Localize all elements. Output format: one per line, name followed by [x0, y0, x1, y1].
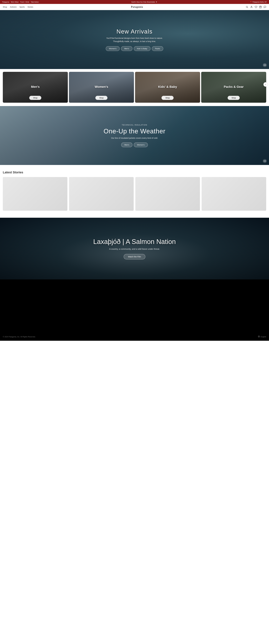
story-card-1[interactable]	[3, 177, 67, 211]
category-card-womens[interactable]: Women's Shop	[69, 72, 134, 103]
chevron-right-icon: ›	[265, 83, 266, 86]
nav-link-sports[interactable]: Sports	[19, 6, 25, 8]
stories-grid	[3, 177, 266, 211]
hero-btn-kids[interactable]: Kids' & Baby	[134, 46, 150, 51]
category-row: Men's Shop Women's Shop Kids' & Baby Sho…	[0, 72, 269, 103]
category-next-arrow[interactable]: ›	[264, 82, 268, 87]
hero-buttons: Women's Men's Kids' & Baby Packs	[101, 46, 168, 51]
hero-btn-packs[interactable]: Packs	[152, 46, 163, 51]
category-shop-btn-womens[interactable]: Shop	[95, 96, 107, 100]
location-pin-icon: 📍	[250, 1, 252, 3]
story-card-3[interactable]	[135, 177, 200, 211]
category-label-packs: Packs & Gear	[224, 85, 244, 89]
category-label-kids: Kids' & Baby	[158, 85, 177, 89]
category-card-kids[interactable]: Kids' & Baby Shop	[135, 72, 200, 103]
insulation-section: Technical Insulation One-Up the Weather …	[0, 106, 269, 165]
insulation-more-button[interactable]: •••	[263, 159, 267, 163]
story-card-4[interactable]	[202, 177, 266, 211]
promo-bar-links: Patagonia Worn Wear Food + Drink Take Ac…	[2, 1, 39, 3]
hero-btn-womens[interactable]: Women's	[106, 46, 120, 51]
account-icon[interactable]	[250, 6, 253, 8]
more-options-icon: •••	[264, 160, 266, 162]
nav-links: Shop Activism Sports Stories	[3, 6, 33, 8]
hero-subtitle: You'll find functional designs born from…	[101, 36, 168, 43]
svg-point-3	[251, 6, 252, 7]
promo-link-patagonia[interactable]: Patagonia	[2, 1, 9, 3]
main-nav: Shop Activism Sports Stories Patagonia	[0, 4, 269, 10]
category-label-womens: Women's	[95, 85, 108, 89]
hero-content: New Arrivals You'll find functional desi…	[101, 28, 168, 51]
cart-icon[interactable]	[259, 6, 262, 8]
footer: © 2024 Patagonia, Inc. All Rights Reserv…	[0, 333, 269, 341]
nav-icons	[246, 6, 266, 8]
promo-location-text: Patagonia SoHo, NY	[253, 1, 267, 3]
film-subtitle: A country, a community, and a wild futur…	[93, 248, 176, 250]
footer-copyright: © 2024 Patagonia, Inc. All Rights Reserv…	[3, 336, 35, 338]
category-card-mens[interactable]: Men's Shop	[3, 72, 68, 103]
promo-center-text: Earth's Now Our Only Shareholder	[131, 1, 155, 3]
hero-section: New Arrivals You'll find functional desi…	[0, 10, 269, 69]
footer-right: English	[258, 336, 266, 338]
watch-film-button[interactable]: Watch the Film	[124, 254, 145, 259]
globe-icon	[258, 336, 260, 338]
svg-line-2	[248, 8, 248, 8]
hero-btn-mens[interactable]: Men's	[121, 46, 132, 51]
promo-bar-center: Earth's Now Our Only Shareholder ▼	[39, 1, 250, 3]
insulation-label: Technical Insulation	[104, 124, 165, 126]
insulation-content: Technical Insulation One-Up the Weather …	[104, 124, 165, 147]
chevron-down-icon: ▼	[156, 1, 157, 3]
svg-point-1	[246, 6, 248, 8]
insulation-btn-womens[interactable]: Women's	[134, 142, 148, 147]
story-placeholder-4	[202, 177, 266, 211]
svg-text:Patagonia: Patagonia	[131, 6, 143, 8]
insulation-buttons: Men's Women's	[104, 142, 165, 147]
promo-link-take-action[interactable]: Take Action	[31, 1, 39, 3]
category-shop-btn-kids[interactable]: Shop	[162, 96, 174, 100]
patagonia-logo[interactable]: Patagonia	[131, 5, 148, 9]
insulation-btn-mens[interactable]: Men's	[121, 142, 132, 147]
promo-link-worn-wear[interactable]: Worn Wear	[11, 1, 19, 3]
video-section	[0, 280, 269, 333]
story-placeholder-3	[135, 177, 200, 211]
film-section: Laxaþjóð | A Salmon Nation A country, a …	[0, 218, 269, 280]
insulation-subtitle: Our line of insulated jackets covers eve…	[104, 137, 165, 139]
stories-title: Latest Stories	[3, 170, 266, 174]
category-label-mens: Men's	[31, 85, 39, 89]
film-title: Laxaþjóð | A Salmon Nation	[93, 238, 176, 246]
category-shop-btn-mens[interactable]: Shop	[29, 96, 41, 100]
hero-title: New Arrivals	[101, 28, 168, 35]
nav-link-stories[interactable]: Stories	[27, 6, 33, 8]
promo-link-food-drink[interactable]: Food + Drink	[20, 1, 29, 3]
stories-section: Latest Stories	[0, 165, 269, 218]
story-card-2[interactable]	[69, 177, 134, 211]
footer-language[interactable]: English	[261, 336, 266, 338]
nav-link-shop[interactable]: Shop	[3, 6, 7, 8]
story-placeholder-1	[3, 177, 67, 211]
search-icon[interactable]	[246, 6, 248, 8]
film-content: Laxaþjóð | A Salmon Nation A country, a …	[93, 238, 176, 259]
chat-icon[interactable]	[264, 6, 266, 8]
category-shop-btn-packs[interactable]: Shop	[228, 96, 240, 100]
promo-bar: Patagonia Worn Wear Food + Drink Take Ac…	[0, 0, 269, 4]
category-card-packs[interactable]: Packs & Gear Shop	[201, 72, 266, 103]
more-icon: •••	[264, 64, 266, 66]
wishlist-icon[interactable]	[255, 6, 257, 8]
nav-link-activism[interactable]: Activism	[10, 6, 16, 8]
insulation-title: One-Up the Weather	[104, 127, 165, 135]
hero-more-button[interactable]: •••	[263, 63, 267, 67]
promo-bar-right: 📍 Patagonia SoHo, NY	[250, 1, 267, 3]
story-placeholder-2	[69, 177, 134, 211]
category-section: Men's Shop Women's Shop Kids' & Baby Sho…	[0, 69, 269, 106]
